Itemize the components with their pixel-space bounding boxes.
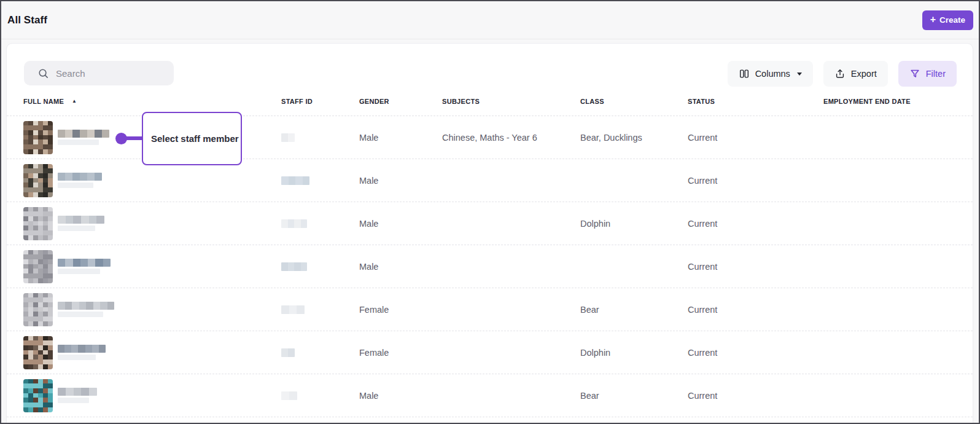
column-header-label: EMPLOYMENT END DATE bbox=[823, 98, 911, 105]
redacted-name-subline bbox=[58, 355, 96, 360]
table-row[interactable]: Female Dolphin Current bbox=[7, 331, 973, 374]
gender-cell: Female bbox=[359, 348, 442, 358]
column-header-label: SUBJECTS bbox=[442, 98, 480, 105]
gender-cell: Male bbox=[359, 176, 442, 186]
table-row[interactable]: Male Current bbox=[7, 245, 973, 288]
full-name-cell[interactable] bbox=[23, 250, 281, 283]
redacted-name-line bbox=[58, 345, 106, 353]
class-cell: Bear, Ducklings bbox=[580, 133, 688, 143]
avatar bbox=[23, 293, 53, 326]
columns-button[interactable]: Columns bbox=[728, 61, 813, 87]
redacted-name-subline bbox=[58, 398, 89, 403]
status-cell: Current bbox=[688, 391, 823, 401]
callout-connector-line bbox=[124, 136, 144, 140]
avatar bbox=[23, 121, 53, 154]
full-name-cell[interactable] bbox=[23, 207, 281, 240]
redacted-staff-id bbox=[281, 133, 295, 142]
list-toolbar: Search Columns Export bbox=[7, 44, 973, 87]
status-cell: Current bbox=[688, 133, 823, 143]
redacted-staff-id bbox=[281, 176, 309, 185]
avatar bbox=[23, 336, 53, 369]
create-button[interactable]: + Create bbox=[922, 10, 973, 30]
redacted-name-subline bbox=[58, 312, 103, 317]
filter-button-label: Filter bbox=[926, 69, 946, 79]
class-cell: Dolphin bbox=[580, 348, 688, 358]
redacted-name-subline bbox=[58, 183, 93, 188]
column-header-subjects[interactable]: SUBJECTS bbox=[442, 98, 580, 105]
column-header-label: STATUS bbox=[688, 98, 715, 105]
gender-cell: Male bbox=[359, 262, 442, 272]
redacted-name bbox=[58, 302, 114, 317]
column-header-employment-end-date[interactable]: EMPLOYMENT END DATE bbox=[823, 98, 956, 105]
top-bar: All Staff + Create bbox=[1, 1, 979, 39]
avatar bbox=[23, 250, 53, 283]
avatar bbox=[23, 207, 53, 240]
redacted-staff-id bbox=[281, 305, 305, 314]
class-cell: Dolphin bbox=[580, 219, 688, 229]
class-cell: Bear bbox=[580, 391, 688, 401]
redacted-name-line bbox=[58, 216, 104, 224]
staff-id-cell bbox=[281, 176, 359, 185]
redacted-name-subline bbox=[58, 269, 100, 274]
redacted-name bbox=[58, 173, 102, 188]
redacted-staff-id bbox=[281, 219, 307, 228]
redacted-staff-id bbox=[281, 391, 297, 400]
column-header-gender[interactable]: GENDER bbox=[359, 98, 442, 105]
redacted-name-line bbox=[58, 388, 97, 396]
table-row[interactable]: Female Bear Current bbox=[7, 288, 973, 331]
column-header-class[interactable]: CLASS bbox=[580, 98, 688, 105]
search-icon bbox=[37, 68, 49, 79]
status-cell: Current bbox=[688, 305, 823, 315]
staff-id-cell bbox=[281, 348, 359, 357]
status-cell: Current bbox=[688, 262, 823, 272]
status-cell: Current bbox=[688, 348, 823, 358]
search-input[interactable]: Search bbox=[24, 61, 174, 85]
chevron-down-icon bbox=[797, 73, 802, 76]
table-row[interactable]: Male Bear Current bbox=[7, 374, 973, 417]
table-row[interactable]: Male Current bbox=[7, 159, 973, 202]
subjects-cell: Chinese, Maths - Year 6 bbox=[442, 133, 580, 143]
staff-id-cell bbox=[281, 391, 359, 400]
gender-cell: Male bbox=[359, 391, 442, 401]
column-header-label: FULL NAME bbox=[23, 98, 64, 105]
status-cell: Current bbox=[688, 219, 823, 229]
status-cell: Current bbox=[688, 176, 823, 186]
full-name-cell[interactable] bbox=[23, 164, 281, 197]
table-row[interactable]: Male Dolphin Current bbox=[7, 202, 973, 245]
redacted-name-line bbox=[58, 259, 111, 267]
redacted-staff-id bbox=[281, 262, 307, 271]
create-button-label: Create bbox=[939, 15, 965, 25]
full-name-cell[interactable] bbox=[23, 336, 281, 369]
staff-id-cell bbox=[281, 219, 359, 228]
gender-cell: Male bbox=[359, 133, 442, 143]
redacted-name-subline bbox=[58, 226, 95, 231]
plus-icon: + bbox=[930, 15, 936, 25]
full-name-cell[interactable] bbox=[23, 293, 281, 326]
columns-icon bbox=[739, 68, 750, 79]
full-name-cell[interactable] bbox=[23, 379, 281, 412]
column-header-label: GENDER bbox=[359, 98, 389, 105]
redacted-name-subline bbox=[58, 139, 99, 145]
export-button[interactable]: Export bbox=[823, 61, 888, 87]
staff-id-cell bbox=[281, 262, 359, 271]
sort-asc-icon: ▲ bbox=[72, 99, 77, 104]
gender-cell: Female bbox=[359, 305, 442, 315]
page-title: All Staff bbox=[7, 14, 47, 26]
redacted-name-line bbox=[58, 302, 114, 310]
filter-funnel-icon bbox=[909, 68, 920, 79]
column-header-staff-id[interactable]: STAFF ID bbox=[281, 98, 359, 105]
redacted-staff-id bbox=[281, 348, 295, 357]
gender-cell: Male bbox=[359, 219, 442, 229]
app-screen: All Staff + Create Search Columns bbox=[0, 0, 980, 424]
columns-button-label: Columns bbox=[755, 69, 790, 79]
column-header-status[interactable]: STATUS bbox=[688, 98, 823, 105]
column-header-full-name[interactable]: FULL NAME ▲ bbox=[23, 98, 281, 105]
redacted-name bbox=[58, 259, 111, 274]
redacted-name-line bbox=[58, 130, 109, 138]
redacted-name-line bbox=[58, 173, 102, 181]
filter-button[interactable]: Filter bbox=[898, 61, 957, 87]
column-header-label: STAFF ID bbox=[281, 98, 313, 105]
staff-id-cell bbox=[281, 133, 359, 142]
export-button-label: Export bbox=[851, 69, 877, 79]
avatar bbox=[23, 379, 53, 412]
